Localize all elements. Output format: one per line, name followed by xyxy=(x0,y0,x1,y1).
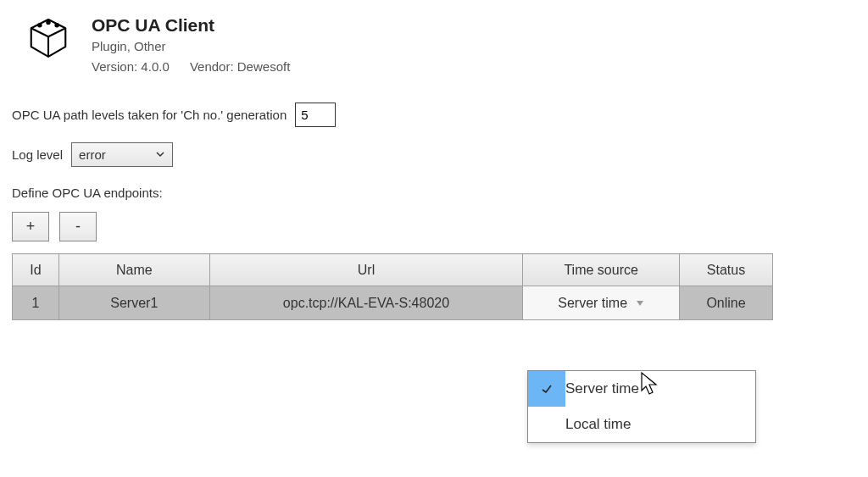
dropdown-option-server-time[interactable]: Server time xyxy=(528,371,755,407)
log-level-label: Log level xyxy=(12,147,63,162)
cell-url[interactable]: opc.tcp://KAL-EVA-S:48020 xyxy=(209,286,523,320)
check-slot-empty xyxy=(528,407,565,442)
col-header-id[interactable]: Id xyxy=(13,254,59,286)
cell-status: Online xyxy=(680,286,773,320)
svg-point-2 xyxy=(38,24,41,26)
endpoints-label: Define OPC UA endpoints: xyxy=(12,186,860,200)
log-level-selected: error xyxy=(79,147,106,162)
cell-time-source-text: Server time xyxy=(558,296,627,311)
log-level-select[interactable]: error xyxy=(71,142,173,167)
dropdown-option-label: Local time xyxy=(565,416,631,433)
col-header-name[interactable]: Name xyxy=(58,254,209,286)
vendor-text: Vendor: Dewesoft xyxy=(190,59,290,74)
path-levels-input[interactable] xyxy=(295,103,336,127)
col-header-time-source[interactable]: Time source xyxy=(523,254,680,286)
svg-point-3 xyxy=(47,21,49,24)
col-header-status[interactable]: Status xyxy=(680,254,773,286)
chevron-down-icon xyxy=(155,147,165,162)
add-endpoint-button[interactable]: + xyxy=(12,212,49,241)
table-row[interactable]: 1 Server1 opc.tcp://KAL-EVA-S:48020 Serv… xyxy=(13,286,773,320)
remove-endpoint-button[interactable]: - xyxy=(59,212,97,241)
svg-marker-5 xyxy=(637,301,643,306)
cell-time-source[interactable]: Server time xyxy=(523,286,680,320)
dropdown-option-local-time[interactable]: Local time xyxy=(528,407,755,442)
dropdown-option-label: Server time xyxy=(565,380,639,397)
path-levels-label: OPC UA path levels taken for 'Ch no.' ge… xyxy=(12,108,287,122)
plugin-title: OPC UA Client xyxy=(92,15,290,36)
endpoints-table: Id Name Url Time source Status 1 Server1… xyxy=(12,253,773,320)
time-source-dropdown[interactable]: Server time Local time xyxy=(527,370,756,443)
box-icon xyxy=(25,15,71,64)
plugin-subtitle: Plugin, Other xyxy=(92,39,290,53)
check-icon xyxy=(528,371,565,407)
svg-point-4 xyxy=(55,24,58,26)
cell-id: 1 xyxy=(13,286,59,320)
col-header-url[interactable]: Url xyxy=(209,254,523,286)
dropdown-triangle-icon xyxy=(636,296,644,311)
cell-name[interactable]: Server1 xyxy=(58,286,209,320)
version-text: Version: 4.0.0 xyxy=(92,59,170,74)
